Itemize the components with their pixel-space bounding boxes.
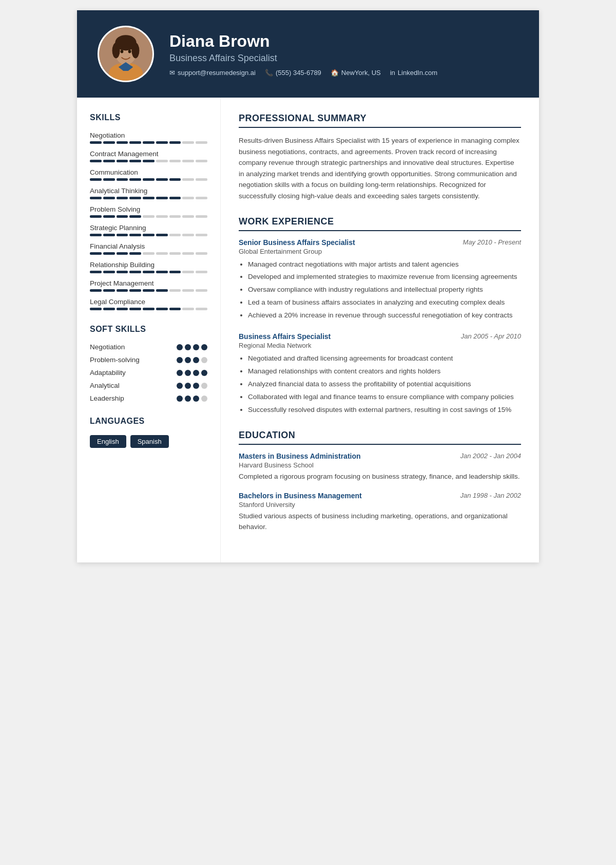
- skill-item: Relationship Building: [90, 261, 207, 273]
- skill-segment: [169, 289, 181, 292]
- skills-title: SKILLS: [90, 113, 207, 122]
- skill-segment: [169, 271, 181, 273]
- skill-item: Negotiation: [90, 131, 207, 144]
- jobs-list: Senior Business Affairs SpecialistMay 20…: [239, 238, 521, 416]
- skill-segment: [196, 178, 207, 181]
- skill-segment: [196, 197, 207, 199]
- soft-skill-name: Negotiation: [90, 343, 125, 351]
- svg-point-7: [121, 50, 124, 53]
- skill-segment: [90, 271, 102, 273]
- skill-segment: [117, 289, 128, 292]
- job-header: Senior Business Affairs SpecialistMay 20…: [239, 238, 521, 247]
- skill-segment: [196, 215, 207, 218]
- skill-item: Project Management: [90, 279, 207, 292]
- soft-skill-dot: [185, 370, 191, 376]
- svg-point-5: [112, 43, 120, 58]
- soft-skill-dot: [201, 370, 207, 376]
- soft-skill-dot: [201, 396, 207, 402]
- skill-bar: [90, 178, 207, 181]
- soft-skill-name: Leadership: [90, 394, 124, 402]
- skill-segment: [129, 160, 141, 162]
- soft-skill-dot: [177, 396, 183, 402]
- skill-name: Strategic Planning: [90, 224, 207, 232]
- main-content: PROFESSIONAL SUMMARY Results-driven Busi…: [221, 98, 539, 562]
- skill-name: Financial Analysis: [90, 242, 207, 250]
- skill-segment: [169, 252, 181, 255]
- skill-segment: [90, 178, 102, 181]
- skill-segment: [143, 141, 155, 144]
- skill-segment: [169, 234, 181, 236]
- sidebar: SKILLS NegotiationContract ManagementCom…: [77, 98, 221, 562]
- svg-point-6: [131, 43, 139, 58]
- summary-text: Results-driven Business Affairs Speciali…: [239, 135, 521, 202]
- skill-segment: [156, 289, 168, 292]
- soft-skill-dots: [177, 396, 207, 402]
- job-bullet: Developed and implemented strategies to …: [248, 272, 521, 283]
- skill-segment: [169, 308, 181, 310]
- resume-container: Diana Brown Business Affairs Specialist …: [77, 10, 539, 562]
- skill-segment: [196, 252, 207, 255]
- job-header: Business Affairs SpecialistJan 2005 - Ap…: [239, 332, 521, 341]
- location-icon: 🏠: [331, 69, 339, 77]
- edu-description: Studied various aspects of business incl…: [239, 511, 521, 533]
- job-bullet: Successfully resolved disputes with exte…: [248, 405, 521, 416]
- skill-segment: [103, 308, 115, 310]
- edu-degree: Masters in Business Administration: [239, 452, 361, 460]
- edu-school: Stanford University: [239, 501, 521, 509]
- job-bullet: Managed relationships with content creat…: [248, 366, 521, 377]
- skill-segment: [117, 178, 128, 181]
- job-bullet: Managed contract negotiations with major…: [248, 259, 521, 270]
- skill-segment: [169, 141, 181, 144]
- edu-description: Completed a rigorous program focusing on…: [239, 472, 521, 482]
- job-bullet: Oversaw compliance with industry regulat…: [248, 285, 521, 295]
- soft-skill-name: Problem-solving: [90, 356, 140, 364]
- skill-bar: [90, 271, 207, 273]
- job-bullets: Negotiated and drafted licensing agreeme…: [239, 353, 521, 416]
- education-title: EDUCATION: [239, 430, 521, 445]
- skill-segment: [103, 160, 115, 162]
- soft-skill-dot: [193, 370, 199, 376]
- soft-skill-dot: [177, 344, 183, 350]
- skill-segment: [156, 160, 168, 162]
- skill-segment: [143, 308, 155, 310]
- soft-skill-dot: [193, 357, 199, 363]
- skill-bar: [90, 141, 207, 144]
- skill-segment: [117, 141, 128, 144]
- skill-segment: [129, 289, 141, 292]
- edu-date: Jan 1998 - Jan 2002: [460, 492, 521, 499]
- phone-text: (555) 345-6789: [276, 69, 321, 77]
- skill-item: Strategic Planning: [90, 224, 207, 236]
- skill-segment: [156, 215, 168, 218]
- edu-header: Masters in Business AdministrationJan 20…: [239, 452, 521, 460]
- skill-segment: [143, 215, 155, 218]
- skill-segment: [117, 160, 128, 162]
- skill-segment: [90, 308, 102, 310]
- header-info: Diana Brown Business Affairs Specialist …: [169, 32, 437, 77]
- skill-segment: [90, 197, 102, 199]
- skill-segment: [182, 308, 194, 310]
- skill-segment: [90, 215, 102, 218]
- skill-segment: [156, 252, 168, 255]
- skill-segment: [103, 271, 115, 273]
- skill-segment: [196, 160, 207, 162]
- edu-degree: Bachelors in Business Management: [239, 492, 362, 500]
- job-bullet: Led a team of business affairs associate…: [248, 297, 521, 308]
- candidate-name: Diana Brown: [169, 32, 437, 51]
- language-badge: Spanish: [130, 435, 169, 448]
- skill-segment: [182, 215, 194, 218]
- skill-segment: [182, 178, 194, 181]
- skill-segment: [117, 197, 128, 199]
- skill-item: Communication: [90, 168, 207, 181]
- linkedin-contact: in LinkedIn.com: [390, 69, 437, 77]
- skill-segment: [143, 289, 155, 292]
- edu-school: Harvard Business School: [239, 461, 521, 469]
- soft-skill-dot: [201, 383, 207, 389]
- experience-section: WORK EXPERIENCE Senior Business Affairs …: [239, 216, 521, 416]
- skill-item: Problem Solving: [90, 205, 207, 218]
- skill-segment: [169, 215, 181, 218]
- phone-icon: 📞: [265, 69, 273, 77]
- soft-skill-dot: [185, 396, 191, 402]
- skill-segment: [103, 141, 115, 144]
- language-badge: English: [90, 435, 126, 448]
- language-badges: EnglishSpanish: [90, 435, 207, 448]
